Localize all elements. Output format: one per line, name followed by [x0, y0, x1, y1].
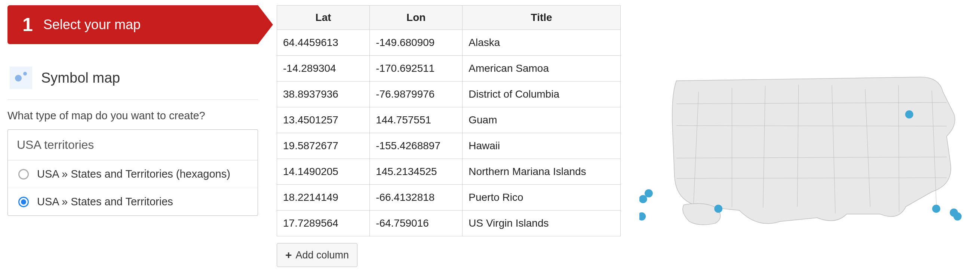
wizard-sidebar: 1 Select your map Symbol map What type o… — [8, 5, 258, 268]
map-dot[interactable] — [932, 204, 940, 213]
data-table: Lat Lon Title 64.4459613-149.680909Alask… — [277, 5, 620, 236]
step-number: 1 — [22, 14, 33, 35]
cell-title[interactable]: Alaska — [463, 30, 620, 56]
cell-lon[interactable]: 145.2134525 — [370, 159, 463, 185]
header-lon[interactable]: Lon — [370, 6, 463, 30]
table-row[interactable]: 38.8937936-76.9879976District of Columbi… — [277, 81, 620, 107]
header-lat[interactable]: Lat — [277, 6, 370, 30]
cell-title[interactable]: US Virgin Islands — [463, 211, 620, 236]
map-dot[interactable] — [640, 212, 646, 220]
cell-lon[interactable]: -66.4132818 — [370, 185, 463, 211]
cell-lat[interactable]: 19.5872677 — [277, 133, 370, 159]
table-header-row: Lat Lon Title — [277, 6, 620, 30]
cell-title[interactable]: District of Columbia — [463, 81, 620, 107]
table-row[interactable]: 18.2214149-66.4132818Puerto Rico — [277, 185, 620, 211]
cell-lat[interactable]: 18.2214149 — [277, 185, 370, 211]
map-option-states-territories[interactable]: USA » States and Territories — [8, 188, 258, 216]
cell-lat[interactable]: 64.4459613 — [277, 30, 370, 56]
map-option-label: USA » States and Territories (hexagons) — [37, 168, 230, 180]
cell-title[interactable]: Guam — [463, 107, 620, 133]
cell-lon[interactable]: -76.9879976 — [370, 81, 463, 107]
map-option-hexagons[interactable]: USA » States and Territories (hexagons) — [8, 160, 258, 188]
cell-lon[interactable]: -170.692511 — [370, 56, 463, 81]
map-dot[interactable] — [644, 189, 653, 198]
table-row[interactable]: -14.289304-170.692511American Samoa — [277, 56, 620, 81]
map-search-input[interactable] — [8, 129, 258, 160]
step-label: Select your map — [43, 17, 141, 32]
cell-lat[interactable]: 38.8937936 — [277, 81, 370, 107]
map-type-prompt: What type of map do you want to create? — [8, 110, 258, 122]
map-preview-panel — [640, 5, 972, 268]
map-dot[interactable] — [905, 110, 913, 118]
cell-lon[interactable]: -149.680909 — [370, 30, 463, 56]
cell-lat[interactable]: 17.7289564 — [277, 211, 370, 236]
map-options-list: USA » States and Territories (hexagons) … — [8, 160, 258, 216]
map-dot[interactable] — [714, 204, 722, 213]
cell-lon[interactable]: -155.4268897 — [370, 133, 463, 159]
cell-lon[interactable]: 144.757551 — [370, 107, 463, 133]
plus-icon: + — [285, 249, 292, 262]
add-column-label: Add column — [296, 249, 349, 261]
cell-lat[interactable]: 14.1490205 — [277, 159, 370, 185]
symbol-map-icon — [10, 67, 32, 89]
cell-title[interactable]: Northern Mariana Islands — [463, 159, 620, 185]
data-table-panel: Lat Lon Title 64.4459613-149.680909Alask… — [277, 5, 620, 268]
table-row[interactable]: 13.4501257144.757551Guam — [277, 107, 620, 133]
radio-icon — [18, 169, 29, 179]
cell-title[interactable]: American Samoa — [463, 56, 620, 81]
cell-title[interactable]: Puerto Rico — [463, 185, 620, 211]
map-type-label: Symbol map — [41, 70, 120, 86]
cell-lat[interactable]: 13.4501257 — [277, 107, 370, 133]
step-banner: 1 Select your map — [8, 5, 258, 44]
map-dot[interactable] — [953, 212, 962, 220]
radio-icon — [18, 197, 29, 207]
table-row[interactable]: 19.5872677-155.4268897Hawaii — [277, 133, 620, 159]
divider — [8, 99, 258, 100]
cell-title[interactable]: Hawaii — [463, 133, 620, 159]
map-option-label: USA » States and Territories — [37, 196, 173, 208]
table-row[interactable]: 17.7289564-64.759016US Virgin Islands — [277, 211, 620, 236]
table-row[interactable]: 64.4459613-149.680909Alaska — [277, 30, 620, 56]
table-row[interactable]: 14.1490205145.2134525Northern Mariana Is… — [277, 159, 620, 185]
header-title[interactable]: Title — [463, 6, 620, 30]
cell-lat[interactable]: -14.289304 — [277, 56, 370, 81]
usa-map-preview — [640, 57, 972, 252]
selected-map-type: Symbol map — [8, 67, 258, 89]
add-column-button[interactable]: + Add column — [277, 243, 358, 267]
cell-lon[interactable]: -64.759016 — [370, 211, 463, 236]
